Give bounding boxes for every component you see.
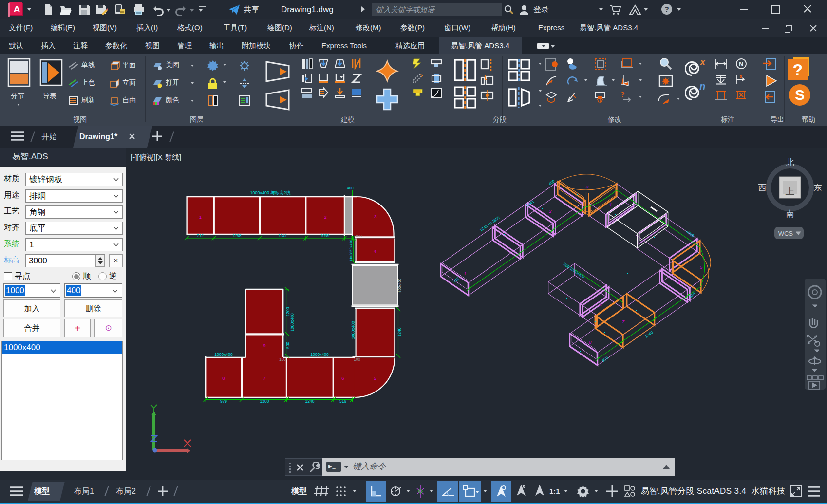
svg-text:1000x400: 1000x400: [290, 313, 295, 332]
svg-text:1240: 1240: [305, 399, 315, 404]
svg-text:2: 2: [548, 208, 552, 214]
svg-text:3: 3: [586, 184, 589, 189]
svg-text:6: 6: [341, 375, 344, 381]
svg-text:5: 5: [700, 264, 703, 270]
svg-text:2: 2: [324, 214, 326, 220]
svg-text:4: 4: [609, 202, 611, 207]
svg-text:516: 516: [339, 399, 346, 404]
svg-text:400: 400: [347, 186, 354, 190]
svg-text:1000x400: 1000x400: [310, 352, 329, 357]
svg-text:4780: 4780: [685, 229, 695, 238]
svg-text:1000x400: 1000x400: [351, 321, 356, 339]
svg-text:n: n: [699, 81, 705, 92]
svg-text:8: 8: [222, 375, 225, 381]
svg-text:1240: 1240: [397, 327, 402, 336]
svg-text:1241: 1241: [278, 233, 287, 238]
svg-text:x: x: [739, 74, 743, 80]
svg-text:7: 7: [263, 375, 265, 381]
svg-text:1039: 1039: [320, 233, 330, 238]
svg-text:x: x: [699, 57, 706, 67]
svg-text:北: 北: [786, 158, 794, 167]
svg-text:100: 100: [279, 357, 286, 362]
svg-text:东: 东: [814, 183, 822, 192]
svg-text:1000x400: 1000x400: [214, 352, 233, 357]
svg-text:3: 3: [374, 214, 376, 219]
svg-text:?: ?: [620, 91, 625, 98]
svg-text:上: 上: [786, 186, 795, 196]
svg-text:100: 100: [354, 357, 360, 362]
svg-text:1: 1: [464, 271, 466, 276]
svg-text:7: 7: [622, 319, 625, 324]
svg-text:4: 4: [374, 248, 376, 254]
svg-text:N: N: [739, 60, 743, 68]
svg-text:5: 5: [374, 375, 376, 381]
svg-text:1: 1: [199, 214, 202, 220]
svg-text:800x400: 800x400: [397, 279, 402, 293]
svg-text:1268: 1268: [232, 233, 242, 238]
svg-text:712: 712: [452, 276, 461, 283]
svg-text:979: 979: [220, 399, 227, 404]
svg-text:500: 500: [285, 342, 290, 349]
svg-text:500 1000x400: 500 1000x400: [563, 262, 585, 280]
svg-text:南: 南: [786, 209, 794, 219]
svg-text:100: 100: [355, 234, 362, 238]
svg-text:WCS: WCS: [778, 230, 793, 237]
svg-text:8: 8: [589, 339, 592, 345]
svg-text:712: 712: [197, 233, 204, 238]
svg-text:1200: 1200: [260, 399, 269, 404]
svg-text:H=2850x400: H=2850x400: [349, 240, 353, 261]
svg-text:西: 西: [758, 183, 767, 192]
svg-text:6: 6: [678, 280, 681, 285]
svg-text:1000x400 与标高2线: 1000x400 与标高2线: [250, 190, 290, 195]
svg-text:979: 979: [601, 355, 610, 363]
svg-text:9: 9: [599, 303, 602, 308]
svg-text:9: 9: [263, 343, 265, 348]
